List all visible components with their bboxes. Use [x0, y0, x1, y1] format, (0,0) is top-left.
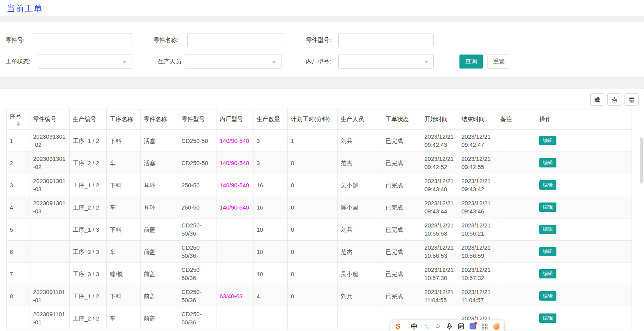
operation-cell: 编辑	[536, 174, 632, 196]
factory-model-link[interactable]: 140/90-540	[216, 174, 253, 196]
cell: 10	[253, 218, 288, 241]
vertical-scrollbar[interactable]	[640, 137, 643, 183]
handwriting-pad-icon[interactable]	[457, 322, 465, 330]
cell	[288, 307, 338, 329]
producer-select[interactable]	[185, 55, 282, 69]
cell: 16	[253, 196, 288, 218]
part-model-input[interactable]	[338, 33, 434, 47]
cell: 工序_2 / 2	[70, 152, 107, 174]
factory-model-link[interactable]: 140/90-540	[216, 130, 253, 152]
factory-model-link[interactable]: 140/90-540	[216, 152, 253, 174]
column-header-14: 操作	[536, 109, 632, 130]
edit-button[interactable]: 编辑	[539, 313, 556, 323]
print-button[interactable]	[625, 93, 639, 106]
chinese-mode-icon[interactable]: 中	[411, 322, 418, 330]
print-icon	[628, 97, 635, 103]
edit-button[interactable]: 编辑	[539, 225, 556, 234]
cell: 吴小超	[338, 174, 382, 196]
operation-cell: 编辑	[536, 263, 632, 285]
table-row: 42023091301-03工序_2 / 2车耳环250-50140/90-54…	[7, 196, 632, 218]
column-header-label: 计划工时(分钟)	[291, 116, 330, 122]
factory-model-link[interactable]: 140/90-540	[216, 196, 253, 218]
cell	[216, 263, 253, 285]
cell: 0	[288, 285, 338, 307]
cell: 已完成	[382, 196, 421, 218]
table-row: 22023091301-02工序_2 / 2车活塞CD250-50140/90-…	[7, 152, 632, 174]
cell: 工序_1 / 2	[70, 285, 107, 307]
part-name-input[interactable]	[187, 33, 283, 47]
factory-model-link[interactable]: 63/40-63	[216, 285, 253, 307]
edit-button[interactable]: 编辑	[539, 247, 556, 256]
table-row: 12023091301-02工序_1 / 2下料活塞CD250-50140/90…	[7, 130, 632, 152]
toolbox-icon[interactable]	[481, 322, 488, 330]
column-filter-icon	[594, 97, 600, 103]
punctuation-icon[interactable]: °,	[422, 322, 429, 330]
column-header-0[interactable]: 序号	[7, 109, 30, 130]
part-name-label: 零件名称:	[153, 33, 178, 47]
column-header-label: 内厂型号	[220, 116, 243, 122]
edit-button[interactable]: 编辑	[539, 158, 556, 167]
cell	[30, 218, 70, 241]
table-row: 32023091301-03工序_1 / 2下料耳环250-50140/90-5…	[7, 174, 632, 196]
microphone-icon[interactable]	[446, 322, 453, 330]
cell: 2023/12/21 10:55:53	[421, 218, 458, 241]
export-button[interactable]	[607, 93, 621, 106]
cell: 0	[288, 241, 338, 263]
cell: 2	[7, 152, 30, 174]
divider	[406, 323, 406, 329]
order-status-label: 工单状态:	[5, 55, 30, 69]
cell: CD250-50/36	[178, 241, 216, 263]
skin-icon[interactable]	[469, 322, 476, 330]
column-header-6: 内厂型号	[216, 109, 253, 130]
cell: CD250-50	[178, 152, 216, 174]
cell: 0	[288, 196, 338, 218]
query-button[interactable]: 查询	[459, 55, 483, 69]
cell	[497, 196, 536, 218]
sort-icon[interactable]	[10, 121, 26, 126]
edit-button[interactable]: 编辑	[539, 269, 556, 278]
column-header-label: 操作	[539, 116, 551, 122]
cell: 工序_1 / 3	[70, 218, 107, 241]
cell	[497, 130, 536, 152]
part-no-input[interactable]	[33, 33, 132, 47]
table-row: 82023091101-01工序_1 / 2下料前盖CD250-50/3663/…	[7, 285, 632, 307]
ime-toolbar: S 中 °, ☺	[390, 320, 504, 331]
cell	[497, 285, 536, 307]
cell: 刘兵	[338, 218, 382, 241]
order-status-select[interactable]	[38, 55, 132, 69]
table-row: 2023091101-01工序_2 / 2车前盖CD250-50/362023/…	[7, 307, 632, 329]
reset-button[interactable]: 重置	[487, 55, 510, 69]
column-filter-button[interactable]	[590, 93, 604, 106]
table-row: 6工序_2 / 3车前盖CD250-50/36100范杰已完成2023/12/2…	[7, 241, 632, 263]
cell: 1	[7, 130, 30, 152]
table-toolbar	[590, 93, 639, 106]
cell: 0	[288, 174, 338, 196]
cell	[497, 263, 536, 285]
edit-button[interactable]: 编辑	[539, 291, 556, 301]
emoji-icon[interactable]: ☺	[434, 322, 441, 330]
table-row: 7工序_3 / 3镗/铣前盖CD250-50/36100吴小超已完成2023/1…	[7, 263, 632, 285]
sogou-logo[interactable]: S	[395, 322, 401, 330]
factory-model-select[interactable]	[338, 55, 434, 69]
cell: 3	[7, 174, 30, 196]
edit-button[interactable]: 编辑	[539, 180, 556, 190]
cell: 已完成	[382, 218, 421, 241]
cell: 下料	[107, 218, 141, 241]
column-header-label: 零件名称	[144, 116, 167, 122]
cell: 工序_1 / 2	[70, 174, 107, 196]
column-header-1: 零件编号	[30, 109, 70, 130]
cell	[216, 241, 253, 263]
edit-button[interactable]: 编辑	[539, 136, 556, 145]
column-header-label: 零件型号	[181, 116, 205, 122]
column-header-3: 工序名称	[107, 109, 141, 130]
operation-cell: 编辑	[536, 152, 632, 174]
assistant-icon[interactable]	[493, 322, 500, 330]
column-header-label: 备注	[500, 116, 512, 122]
cell	[497, 152, 536, 174]
cell: 2023/12/21 09:42:55	[458, 152, 497, 174]
cell: 前盖	[141, 241, 178, 263]
cell: 范杰	[338, 152, 382, 174]
edit-button[interactable]: 编辑	[539, 202, 556, 212]
operation-cell: 编辑	[536, 307, 632, 329]
cell: 工序_2 / 3	[70, 241, 107, 263]
